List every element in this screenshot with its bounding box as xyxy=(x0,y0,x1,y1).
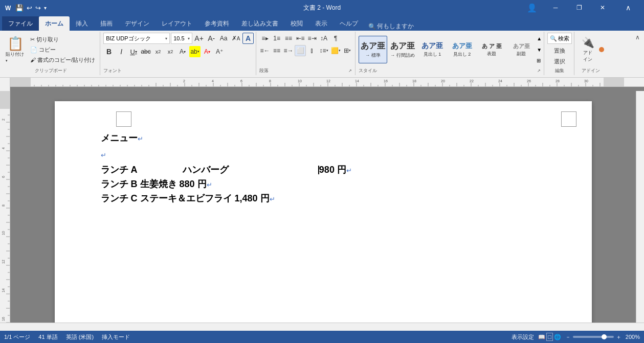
qat-redo[interactable]: ↪ xyxy=(35,4,41,12)
zoom-out-button[interactable]: － xyxy=(565,333,571,341)
tab-file[interactable]: ファイル xyxy=(2,16,39,31)
styles-scroll-up[interactable]: ▲ xyxy=(537,36,542,41)
show-marks-button[interactable]: ¶ xyxy=(330,33,341,44)
read-mode-button[interactable]: 📖 xyxy=(538,334,545,340)
main-area[interactable]: メニュー↵ ↵ ランチ A ハンバーグ ​980 円↵ xyxy=(10,91,636,323)
italic-button[interactable]: I xyxy=(116,46,127,57)
paragraph-dialog-launcher[interactable]: ↗ xyxy=(347,68,353,74)
tab-references[interactable]: 参考資料 xyxy=(198,16,235,31)
underline-button[interactable]: U ▾ xyxy=(128,46,139,57)
qat-save[interactable]: 💾 xyxy=(15,4,24,12)
styles-label: スタイル ↗ xyxy=(359,67,542,74)
font-row1: BIZ UDPゴシック ▾ 10.5 ▾ A+ A- Aa ✗A A xyxy=(103,33,254,44)
bullets-button[interactable]: ≡▸ xyxy=(259,33,271,44)
edit-content: 🔍 検索 置換 選択 xyxy=(547,33,572,66)
tab-design[interactable]: デザイン xyxy=(119,16,156,31)
restore-button[interactable]: ❐ xyxy=(567,0,591,15)
zoom-level[interactable]: 200% xyxy=(626,334,640,340)
subscript-button[interactable]: x2 xyxy=(152,46,164,57)
replace-button[interactable]: 置換 xyxy=(551,46,568,56)
styles-scroll-down[interactable]: ▼ xyxy=(537,47,542,53)
style-heading1[interactable]: あア亜 見出し 1 xyxy=(418,36,447,63)
ribbon-collapse[interactable]: ∧ xyxy=(616,0,640,15)
font-color-highlight[interactable]: A ▾ xyxy=(177,46,188,57)
styles-more[interactable]: ⊞ xyxy=(537,58,542,63)
line-lunch-c[interactable]: ランチ C ステーキ＆エビフライ 1,480 円↵ xyxy=(101,192,546,204)
justify-button[interactable]: ⬜ xyxy=(295,45,306,56)
zoom-in-button[interactable]: ＋ xyxy=(616,333,621,341)
borders-button[interactable]: ⊞ ▾ xyxy=(342,45,353,56)
style-compact[interactable]: あア亜 → 行間詰め xyxy=(388,36,417,63)
search-box[interactable]: 🔍 検索 xyxy=(547,33,572,44)
font-shrink-button[interactable]: A- xyxy=(206,33,217,44)
tab-mailings[interactable]: 差し込み文書 xyxy=(235,16,284,31)
print-layout-button[interactable]: □ xyxy=(546,333,553,341)
vertical-ruler xyxy=(0,91,10,323)
sort-button[interactable]: ↕A xyxy=(318,33,329,44)
select-button[interactable]: 選択 xyxy=(551,57,568,66)
font-size-selector[interactable]: 10.5 ▾ xyxy=(171,33,192,44)
tab-layout[interactable]: レイアウト xyxy=(156,16,198,31)
view-settings[interactable]: 表示設定 xyxy=(512,333,534,341)
para-row2: ≡← ≡≡ ≡→ ⬜ ⫿ ↕≡ ▾ 🟨 ▾ ⊞ ▾ xyxy=(259,45,353,56)
font-color-button[interactable]: A ▾ xyxy=(202,46,213,57)
ribbon-content: 📋 貼り付け ▾ ✂ 切り取り 📄 コピー 🖌 書式のコピー/貼り付け クリップ… xyxy=(0,31,644,78)
text-highlight-button[interactable]: ab ▾ xyxy=(189,46,201,57)
char-expand-button[interactable]: A⁺ xyxy=(214,46,225,57)
font-case-button[interactable]: Aa xyxy=(218,33,229,44)
format-copy-button[interactable]: 🖌 書式のコピー/貼り付け xyxy=(28,55,98,65)
tab-home[interactable]: ホーム xyxy=(39,16,70,31)
column-break-button[interactable]: ⫿ xyxy=(306,45,318,56)
style-heading2[interactable]: あア亜 見出し 2 xyxy=(448,36,476,63)
user-icon[interactable]: 👤 xyxy=(520,0,544,15)
addin-button[interactable]: 🔌 アドイン xyxy=(578,36,598,63)
style-heading1-preview: あア亜 xyxy=(421,41,443,51)
paste-button[interactable]: 📋 貼り付け ▾ xyxy=(4,36,27,63)
cut-button[interactable]: ✂ 切り取り xyxy=(28,35,98,44)
align-right-button[interactable]: ≡→ xyxy=(283,45,294,56)
corner-mark-left xyxy=(116,111,131,127)
tab-view[interactable]: 表示 xyxy=(309,16,334,31)
numbering-button[interactable]: 1≡ xyxy=(271,33,282,44)
search-help[interactable]: 🔍 何もしますか xyxy=(368,22,414,31)
style-subtitle[interactable]: あア亜 副題 xyxy=(507,36,536,63)
align-left-button[interactable]: ≡← xyxy=(259,45,271,56)
superscript-button[interactable]: x2 xyxy=(165,46,176,57)
multilevel-button[interactable]: ≡≡ xyxy=(283,33,294,44)
style-standard[interactable]: あア亜 → 標準 xyxy=(359,36,387,63)
copy-button[interactable]: 📄 コピー xyxy=(28,45,98,55)
shading-button[interactable]: 🟨 ▾ xyxy=(330,45,341,56)
scrollbar-bottom[interactable] xyxy=(0,323,644,331)
zoom-slider[interactable] xyxy=(573,336,614,338)
styles-dialog-launcher[interactable]: ↗ xyxy=(536,68,542,74)
bold-button[interactable]: B xyxy=(103,46,115,57)
font-size-text: 10.5 xyxy=(173,35,187,41)
align-center-button[interactable]: ≡≡ xyxy=(271,45,282,56)
qat-more[interactable]: ▾ xyxy=(44,5,47,11)
font-grow-button[interactable]: A+ xyxy=(193,33,205,44)
minimize-button[interactable]: ─ xyxy=(544,0,567,15)
tab-insert[interactable]: 挿入 xyxy=(70,16,94,31)
line-empty[interactable]: ↵ xyxy=(101,150,546,159)
line-lunch-b[interactable]: ランチ B 生姜焼き 880 円↵ xyxy=(101,178,546,190)
line-menu[interactable]: メニュー↵ xyxy=(101,132,546,144)
strikethrough-button[interactable]: abc xyxy=(140,46,151,57)
style-title[interactable]: あ ア 亜 表題 xyxy=(477,36,506,63)
line-lunch-a[interactable]: ランチ A ハンバーグ ​980 円↵ xyxy=(101,164,546,176)
page-content[interactable]: メニュー↵ ↵ ランチ A ハンバーグ ​980 円↵ xyxy=(101,132,546,204)
font-a-button[interactable]: A xyxy=(242,33,254,44)
font-name-selector[interactable]: BIZ UDPゴシック ▾ xyxy=(103,33,170,44)
line-spacing-button[interactable]: ↕≡ ▾ xyxy=(318,45,329,56)
clear-format-button[interactable]: ✗A xyxy=(230,33,241,44)
increase-indent-button[interactable]: ≡⇥ xyxy=(306,33,318,44)
tab-draw[interactable]: 描画 xyxy=(94,16,119,31)
ribbon-collapse-button[interactable]: ∧ xyxy=(633,33,642,42)
tab-help[interactable]: ヘルプ xyxy=(334,16,364,31)
web-layout-button[interactable]: 🌐 xyxy=(554,334,561,340)
close-button[interactable]: ✕ xyxy=(591,0,614,15)
decrease-indent-button[interactable]: ⇤≡ xyxy=(295,33,306,44)
scrollbar-right[interactable] xyxy=(636,91,644,323)
pilcrow-2: ↵ xyxy=(101,151,106,159)
qat-undo[interactable]: ↩ xyxy=(27,4,32,12)
tab-review[interactable]: 校閲 xyxy=(284,16,309,31)
